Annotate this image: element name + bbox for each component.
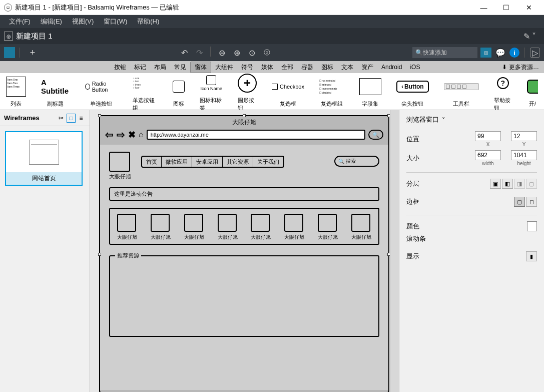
comp-help-button[interactable]: ? 帮助按钮: [494, 73, 512, 110]
cat-assets[interactable]: 资产: [357, 62, 377, 73]
comp-radio-group[interactable]: ○ one○ two○ three○ four 单选按钮组: [133, 73, 158, 110]
panel-toggle-icon[interactable]: [4, 47, 15, 58]
comp-checkbox[interactable]: Checkbox 复选框: [272, 75, 304, 108]
border-on-button[interactable]: ▢: [514, 197, 525, 207]
scissors-icon[interactable]: ✂: [57, 114, 66, 123]
display-label: 显示: [406, 252, 436, 261]
selection-handle[interactable]: [98, 114, 101, 117]
zoom-out-icon[interactable]: ⊖: [216, 47, 228, 59]
cat-icons[interactable]: 图标: [317, 62, 337, 73]
add-icon[interactable]: +: [27, 47, 39, 59]
cat-symbols[interactable]: 符号: [237, 62, 257, 73]
menu-window[interactable]: 窗口(W): [99, 17, 132, 26]
color-swatch[interactable]: [527, 221, 537, 231]
comp-icon[interactable]: 图标: [173, 75, 185, 108]
color-label: 颜色: [406, 222, 436, 231]
edit-icon[interactable]: ✎ ˅: [523, 32, 536, 41]
cat-all[interactable]: 全部: [277, 62, 297, 73]
undo-icon[interactable]: ↶: [178, 47, 190, 59]
menu-file[interactable]: 文件(F): [4, 17, 36, 26]
selection-handle[interactable]: [98, 253, 101, 256]
project-title[interactable]: 新建项目 1: [16, 32, 53, 41]
zoom-fit-icon[interactable]: ⊙: [246, 47, 258, 59]
cat-android[interactable]: Android: [377, 63, 406, 72]
comp-radio[interactable]: Radio Button 单选按钮: [85, 75, 118, 108]
bring-forward-button[interactable]: ◧: [502, 179, 513, 189]
menu-view[interactable]: 视图(V): [67, 17, 99, 26]
comment-icon[interactable]: 💬: [494, 47, 506, 59]
border-label: 边框: [406, 197, 436, 206]
size-label: 大小: [406, 154, 436, 163]
send-backward-button[interactable]: ◨: [514, 179, 525, 189]
titlebar: ☺ 新建项目 1 - [新建项目] - Balsamiq Wireframes …: [0, 0, 544, 15]
announce-bar: 这里是滚动公告: [109, 187, 379, 201]
logo-placeholder: [109, 152, 130, 172]
list-view-icon[interactable]: ≡: [77, 114, 86, 123]
grid-box: [184, 214, 203, 232]
play-icon[interactable]: ▷: [530, 48, 540, 58]
nav-ms: 微软应用: [162, 157, 192, 167]
grid-icon[interactable]: ⊞: [480, 48, 491, 58]
zoom-in-icon[interactable]: ⊕: [231, 47, 243, 59]
menu-edit[interactable]: 编辑(E): [36, 17, 67, 26]
canvas[interactable]: 大眼仔旭 ⇦ ⇨ ✖ ⌂ http://www.dayanzai.me 🔍 大眼…: [90, 110, 399, 392]
cat-buttons[interactable]: 按钮: [110, 62, 130, 73]
cat-big[interactable]: 大组件: [211, 62, 237, 73]
cat-containers2[interactable]: 容器: [297, 62, 317, 73]
inspector-title: 浏览器窗口: [406, 115, 439, 124]
nav-home: 首页: [142, 157, 162, 167]
cat-ios[interactable]: iOS: [406, 63, 424, 72]
comp-toolbar[interactable]: 工具栏: [444, 75, 479, 108]
nav-android: 安卓应用: [192, 157, 223, 167]
position-label: 位置: [406, 135, 436, 144]
site-search: 🔍 搜索: [334, 156, 379, 167]
vertical-scrollbar[interactable]: [390, 110, 399, 392]
wireframe-thumb[interactable]: 网站首页: [5, 131, 83, 186]
comp-list[interactable]: Item OneItem TwoItem Three 列表: [6, 75, 26, 108]
selection-handle[interactable]: [243, 114, 246, 117]
browser-mockup[interactable]: 大眼仔旭 ⇦ ⇨ ✖ ⌂ http://www.dayanzai.me 🔍 大眼…: [99, 115, 389, 392]
bring-front-button[interactable]: ▣: [490, 179, 501, 189]
grid-row: 大眼仔旭 大眼仔旭 大眼仔旭 大眼仔旭 大眼仔旭 大眼仔旭 大眼仔旭 大眼仔旭: [109, 208, 379, 245]
url-bar: http://www.dayanzai.me: [147, 130, 365, 140]
cat-text[interactable]: 文本: [337, 62, 357, 73]
quick-add-input[interactable]: 🔍 快速添加: [412, 47, 477, 58]
width-input[interactable]: [475, 150, 501, 160]
comp-subtitle[interactable]: A Subtitle 副标题: [41, 75, 70, 108]
comp-circle-button[interactable]: + 圆形按钮: [238, 73, 257, 110]
comp-arrow-button[interactable]: ‹Button 尖头按钮: [396, 75, 429, 108]
toolbar: + ↶ ↷ ⊖ ⊕ ⊙ ⦾ 🔍 快速添加 ⊞ 💬 i ▷: [0, 44, 544, 61]
cat-containers[interactable]: 窗体: [190, 62, 211, 73]
menu-help[interactable]: 帮助(H): [132, 17, 164, 26]
height-input[interactable]: [511, 150, 537, 160]
close-button[interactable]: ✕: [517, 1, 540, 15]
zoom-actual-icon[interactable]: ⦾: [261, 47, 273, 59]
more-resources[interactable]: ⬇更多资源…: [497, 62, 544, 73]
minimize-button[interactable]: —: [472, 1, 495, 15]
cat-common[interactable]: 常见: [170, 62, 190, 73]
layer-label: 分层: [406, 179, 436, 188]
scrollbar-label: 滚动条: [406, 234, 537, 243]
chevron-down-icon[interactable]: ˅: [442, 116, 445, 124]
forward-icon: ⇨: [117, 129, 125, 141]
cat-markup[interactable]: 标记: [130, 62, 150, 73]
left-panel: Wireframes ✂ □ ≡ 网站首页: [0, 110, 90, 392]
comp-checkbox-group[interactable]: ☐ not selected☑ selected☐ indeterminate☐…: [319, 75, 344, 108]
x-input[interactable]: [475, 131, 501, 141]
component-library: Item OneItem TwoItem Three 列表 A Subtitle…: [0, 73, 544, 110]
maximize-button[interactable]: ☐: [495, 1, 517, 15]
cat-media[interactable]: 媒体: [257, 62, 277, 73]
comp-toggle[interactable]: 开/: [527, 75, 538, 108]
border-off-button[interactable]: ◻: [526, 197, 537, 207]
grid-view-icon[interactable]: □: [67, 114, 76, 123]
comp-icon-label[interactable]: Icon Name 图标和标签: [200, 73, 223, 110]
comp-textarea[interactable]: 字段集: [359, 75, 381, 108]
stop-icon: ✖: [128, 129, 136, 140]
info-icon[interactable]: i: [509, 48, 519, 58]
y-input[interactable]: [511, 131, 537, 141]
send-back-button[interactable]: ▢: [526, 179, 537, 189]
display-toggle-button[interactable]: ▮: [526, 251, 537, 261]
grid-box: [218, 214, 237, 232]
cat-layout[interactable]: 布局: [150, 62, 170, 73]
redo-icon[interactable]: ↷: [193, 47, 205, 59]
